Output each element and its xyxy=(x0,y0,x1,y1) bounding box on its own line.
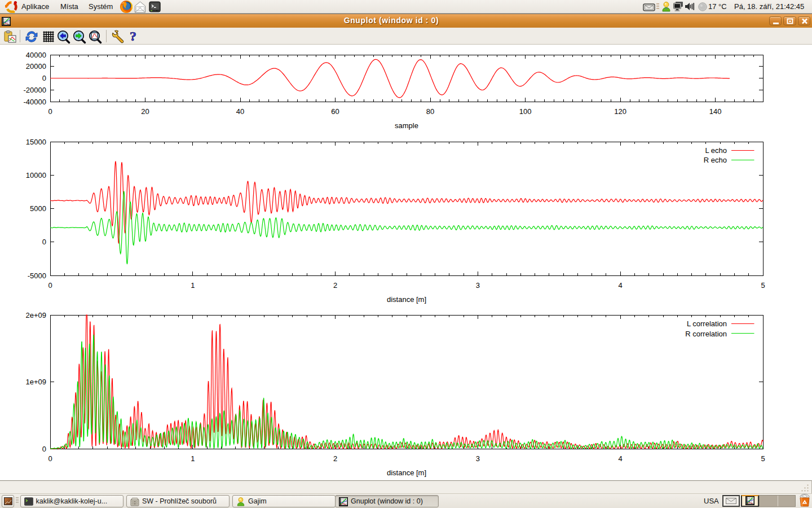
svg-text:20: 20 xyxy=(141,107,149,116)
svg-text:20000: 20000 xyxy=(26,62,46,71)
svg-text:5: 5 xyxy=(761,281,765,290)
svg-text:2e+09: 2e+09 xyxy=(25,311,46,319)
svg-text:140: 140 xyxy=(709,107,722,116)
svg-text:5: 5 xyxy=(761,454,765,463)
svg-text:60: 60 xyxy=(331,107,339,116)
svg-text:0: 0 xyxy=(48,281,52,290)
svg-text:40000: 40000 xyxy=(26,51,46,59)
svg-text:0: 0 xyxy=(42,74,46,82)
svg-text:15000: 15000 xyxy=(26,138,46,146)
svg-text:distance [m]: distance [m] xyxy=(387,295,426,304)
svg-text:0: 0 xyxy=(48,454,52,463)
svg-text:4: 4 xyxy=(619,454,623,463)
svg-text:-20000: -20000 xyxy=(24,86,46,94)
svg-text:80: 80 xyxy=(426,107,434,116)
svg-text:0: 0 xyxy=(48,107,52,116)
svg-text:120: 120 xyxy=(614,107,626,116)
svg-text:2: 2 xyxy=(333,281,337,290)
svg-text:1: 1 xyxy=(191,281,195,290)
svg-text:0: 0 xyxy=(42,238,46,246)
svg-text:40: 40 xyxy=(236,107,244,116)
svg-text:L echo: L echo xyxy=(705,146,727,155)
svg-text:R echo: R echo xyxy=(704,156,727,164)
svg-text:100: 100 xyxy=(519,107,532,116)
svg-text:-40000: -40000 xyxy=(24,98,46,106)
svg-text:3: 3 xyxy=(476,281,480,290)
svg-text:10000: 10000 xyxy=(26,171,46,179)
svg-text:L correlation: L correlation xyxy=(687,319,727,328)
svg-text:2: 2 xyxy=(333,454,337,463)
svg-text:3: 3 xyxy=(476,454,480,463)
svg-text:distance [m]: distance [m] xyxy=(387,468,426,477)
svg-text:R correlation: R correlation xyxy=(685,330,727,338)
svg-text:sample: sample xyxy=(395,121,418,130)
svg-text:-5000: -5000 xyxy=(28,271,46,280)
svg-text:5000: 5000 xyxy=(30,204,46,213)
svg-text:4: 4 xyxy=(619,281,623,290)
svg-text:0: 0 xyxy=(42,445,46,453)
svg-text:1e+09: 1e+09 xyxy=(25,378,46,386)
svg-text:1: 1 xyxy=(191,454,195,463)
